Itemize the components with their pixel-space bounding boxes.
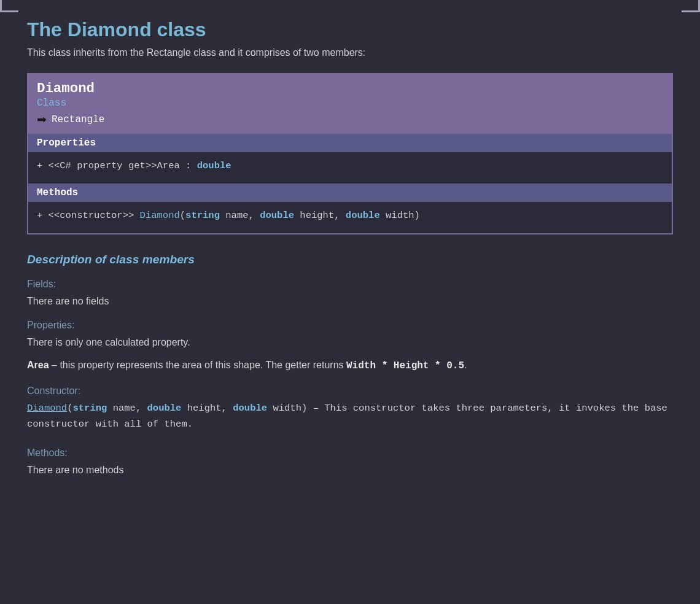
description-title: Description of class members: [27, 253, 673, 266]
uml-diagram: Diamond Class ➡ Rectangle Properties + <…: [27, 73, 673, 234]
corner-decoration-tr: [682, 0, 700, 12]
area-keyword: Area: [27, 360, 49, 370]
page-title: The Diamond class: [27, 18, 673, 41]
constructor-p2-name: height,: [181, 403, 233, 414]
area-desc-text: – this property represents the area of t…: [52, 360, 344, 370]
constructor-class-ref[interactable]: Diamond: [27, 403, 67, 414]
constructor-p2-type: double: [147, 403, 182, 414]
methods-text: There are no methods: [27, 462, 673, 478]
corner-decoration-tl: [0, 0, 18, 12]
uml-constructor-paren-open: (: [180, 210, 185, 221]
constructor-label: Constructor:: [27, 385, 673, 397]
fields-label: Fields:: [27, 279, 673, 290]
uml-stereotype: Class: [37, 98, 663, 109]
page-subtitle: This class inherits from the Rectangle c…: [27, 47, 673, 58]
description-section: Description of class members Fields: The…: [27, 253, 673, 478]
area-period: .: [464, 360, 467, 370]
uml-param1-type: string: [185, 210, 220, 221]
uml-param2-name: height,: [294, 210, 346, 221]
properties-label: Properties:: [27, 320, 673, 331]
uml-property-visibility: + <<C# property get>>Area :: [37, 160, 197, 171]
uml-properties-body: + <<C# property get>>Area : double: [28, 152, 672, 184]
uml-param1-name: name,: [220, 210, 260, 221]
uml-parent-row: ➡ Rectangle: [37, 112, 663, 126]
constructor-p3-name: width): [267, 403, 307, 414]
uml-param3-type: double: [346, 210, 380, 221]
area-formula: Width * Height * 0.5: [346, 360, 464, 371]
uml-constructor-class: Diamond: [140, 210, 180, 221]
uml-property-type: double: [197, 160, 231, 171]
constructor-p1-type: string: [73, 403, 107, 414]
uml-methods-header: Methods: [28, 184, 672, 202]
uml-property-area: + <<C# property get>>Area : double: [37, 158, 663, 174]
area-description-line: Area – this property represents the area…: [27, 357, 673, 374]
constructor-paren-open: (: [67, 403, 72, 414]
uml-properties-header: Properties: [28, 134, 672, 152]
uml-constructor-member: + <<constructor>> Diamond(string name, d…: [37, 208, 663, 223]
uml-arrow: ➡: [37, 112, 47, 126]
constructor-p3-type: double: [233, 403, 267, 414]
constructor-signature-line: Diamond(string name, double height, doub…: [27, 400, 673, 433]
uml-class-name: Diamond: [37, 80, 663, 96]
uml-param3-name: width): [380, 210, 420, 221]
fields-text: There are no fields: [27, 293, 673, 309]
uml-param2-type: double: [260, 210, 294, 221]
constructor-p1-name: name,: [107, 403, 147, 414]
properties-text: There is only one calculated property.: [27, 335, 673, 350]
uml-methods-body: + <<constructor>> Diamond(string name, d…: [28, 202, 672, 233]
uml-parent-name: Rectangle: [52, 114, 104, 125]
uml-constructor-prefix: + <<constructor>>: [37, 210, 140, 221]
methods-label: Methods:: [27, 447, 673, 459]
uml-header: Diamond Class ➡ Rectangle: [28, 74, 672, 134]
